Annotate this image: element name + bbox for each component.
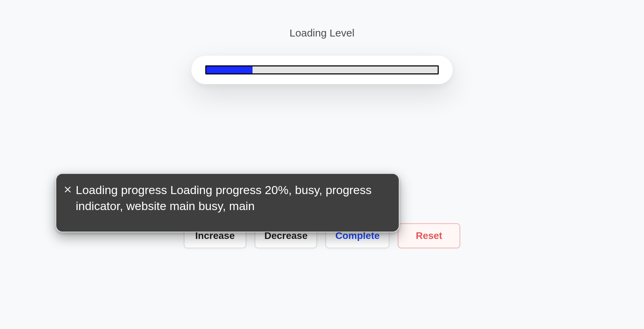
close-icon[interactable]	[64, 182, 72, 189]
reset-button[interactable]: Reset	[398, 223, 460, 248]
accessibility-tooltip: Loading progress Loading progress 20%, b…	[56, 173, 399, 232]
progress-bar-fill	[206, 66, 253, 73]
page-title: Loading Level	[0, 27, 644, 39]
tooltip-text: Loading progress Loading progress 20%, b…	[76, 183, 372, 212]
progress-bar	[205, 65, 439, 74]
progress-card	[191, 56, 453, 84]
